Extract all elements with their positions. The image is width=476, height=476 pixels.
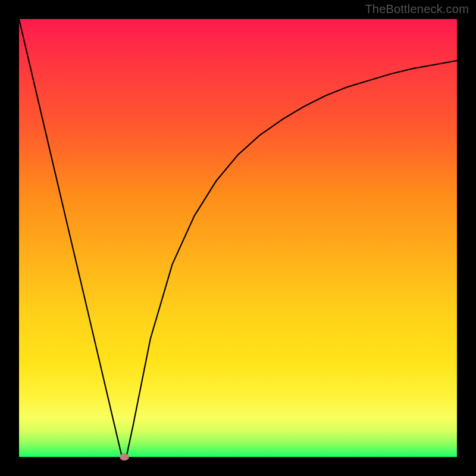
chart-frame: TheBottleneck.com [0, 0, 476, 476]
credit-text: TheBottleneck.com [365, 2, 469, 16]
bottleneck-curve [19, 19, 457, 457]
plot-area [19, 19, 457, 457]
min-point-marker [120, 453, 129, 461]
